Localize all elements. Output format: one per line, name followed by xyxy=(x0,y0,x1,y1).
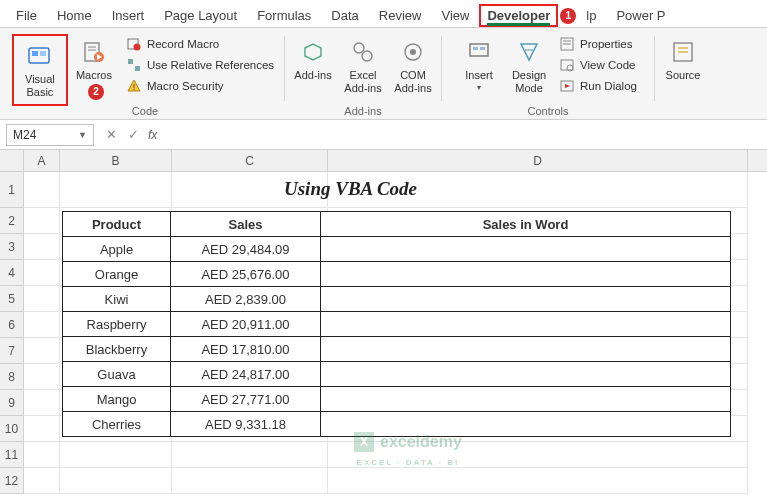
cell-product[interactable]: Guava xyxy=(63,362,171,387)
visual-basic-icon xyxy=(26,42,54,70)
row-header[interactable]: 4 xyxy=(0,260,23,286)
row-header[interactable]: 2 xyxy=(0,208,23,234)
formula-input[interactable] xyxy=(161,124,767,146)
source-icon xyxy=(669,38,697,66)
sheet-title: Using VBA Code xyxy=(284,178,417,200)
row-header[interactable]: 5 xyxy=(0,286,23,312)
cell-word[interactable] xyxy=(321,287,731,312)
cell-sales[interactable]: AED 9,331.18 xyxy=(171,412,321,437)
group-xml: Source xyxy=(655,32,711,119)
cell-product[interactable]: Orange xyxy=(63,262,171,287)
insert-control-button[interactable]: Insert ▾ xyxy=(455,34,503,96)
tab-power[interactable]: Power P xyxy=(606,4,675,27)
tab-file[interactable]: File xyxy=(6,4,47,27)
cell-word[interactable] xyxy=(321,262,731,287)
row-header[interactable]: 7 xyxy=(0,338,23,364)
addins-button[interactable]: Add-ins xyxy=(289,34,337,86)
tab-help[interactable]: lp xyxy=(576,4,606,27)
name-box[interactable]: M24 ▼ xyxy=(6,124,94,146)
table-row: BlackberryAED 17,810.00 xyxy=(63,337,731,362)
cancel-formula-icon[interactable]: ✕ xyxy=(100,127,122,142)
row-header[interactable]: 11 xyxy=(0,442,23,468)
formula-bar: M24 ▼ ✕ ✓ fx xyxy=(0,120,767,150)
table-row: GuavaAED 24,817.00 xyxy=(63,362,731,387)
row-header[interactable]: 3 xyxy=(0,234,23,260)
tab-insert[interactable]: Insert xyxy=(102,4,155,27)
row-header[interactable]: 9 xyxy=(0,390,23,416)
cell-word[interactable] xyxy=(321,337,731,362)
macros-button[interactable]: Macros 2 ▾ xyxy=(70,34,118,96)
row-header[interactable]: 8 xyxy=(0,364,23,390)
cell-product[interactable]: Blackberry xyxy=(63,337,171,362)
run-dialog-icon xyxy=(559,78,575,94)
source-button[interactable]: Source xyxy=(659,34,707,86)
cell-product[interactable]: Apple xyxy=(63,237,171,262)
macro-security-button[interactable]: ! Macro Security xyxy=(122,76,278,96)
cell-product[interactable]: Mango xyxy=(63,387,171,412)
header-product[interactable]: Product xyxy=(63,212,171,237)
tab-developer[interactable]: Developer xyxy=(479,4,558,27)
cell-product[interactable]: Raspberry xyxy=(63,312,171,337)
col-header-d[interactable]: D xyxy=(328,150,748,171)
properties-icon xyxy=(559,36,575,52)
design-mode-icon xyxy=(515,38,543,66)
visual-basic-button[interactable]: Visual Basic xyxy=(16,38,64,102)
cell-word[interactable] xyxy=(321,312,731,337)
cell-sales[interactable]: AED 17,810.00 xyxy=(171,337,321,362)
tab-page-layout[interactable]: Page Layout xyxy=(154,4,247,27)
svg-rect-20 xyxy=(473,47,478,50)
macro-security-icon: ! xyxy=(126,78,142,94)
svg-text:!: ! xyxy=(133,82,136,92)
use-relative-button[interactable]: Use Relative References xyxy=(122,55,278,75)
group-controls-label: Controls xyxy=(442,105,654,117)
enter-formula-icon[interactable]: ✓ xyxy=(122,127,144,142)
row-header[interactable]: 1 xyxy=(0,172,23,208)
excel-addins-button[interactable]: Excel Add-ins xyxy=(339,34,387,98)
row-header[interactable]: 10 xyxy=(0,416,23,442)
header-sales-word[interactable]: Sales in Word xyxy=(321,212,731,237)
cell-word[interactable] xyxy=(321,362,731,387)
cell-sales[interactable]: AED 20,911.00 xyxy=(171,312,321,337)
tab-home[interactable]: Home xyxy=(47,4,102,27)
cell-sales[interactable]: AED 27,771.00 xyxy=(171,387,321,412)
group-addins: Add-ins Excel Add-ins COM Add-ins Add-in… xyxy=(285,32,441,119)
record-macro-icon xyxy=(126,36,142,52)
row-headers: 1 2 3 4 5 6 7 8 9 10 11 12 xyxy=(0,172,24,494)
cell-word[interactable] xyxy=(321,237,731,262)
cell-product[interactable]: Cherries xyxy=(63,412,171,437)
cell-sales[interactable]: AED 2,839.00 xyxy=(171,287,321,312)
cell-sales[interactable]: AED 25,676.00 xyxy=(171,262,321,287)
tab-formulas[interactable]: Formulas xyxy=(247,4,321,27)
col-header-b[interactable]: B xyxy=(60,150,172,171)
run-dialog-button[interactable]: Run Dialog xyxy=(555,76,641,96)
worksheet[interactable]: 1 2 3 4 5 6 7 8 9 10 11 12 Using VBA Cod… xyxy=(0,172,767,494)
row-header[interactable]: 12 xyxy=(0,468,23,494)
cell-sales[interactable]: AED 29,484.09 xyxy=(171,237,321,262)
svg-point-16 xyxy=(362,51,372,61)
record-macro-button[interactable]: Record Macro xyxy=(122,34,278,54)
ribbon-tabs: File Home Insert Page Layout Formulas Da… xyxy=(0,0,767,28)
watermark-text: exceldemy xyxy=(380,433,462,451)
select-all-corner[interactable] xyxy=(0,150,24,172)
svg-rect-19 xyxy=(470,44,488,56)
cells-area[interactable]: Using VBA Code Product Sales Sales in Wo… xyxy=(24,172,767,494)
col-header-a[interactable]: A xyxy=(24,150,60,171)
header-sales[interactable]: Sales xyxy=(171,212,321,237)
svg-marker-30 xyxy=(565,84,570,88)
cell-product[interactable]: Kiwi xyxy=(63,287,171,312)
insert-control-icon xyxy=(465,38,493,66)
design-mode-button[interactable]: Design Mode xyxy=(505,34,553,98)
use-relative-label: Use Relative References xyxy=(147,59,274,71)
tab-review[interactable]: Review xyxy=(369,4,432,27)
col-header-c[interactable]: C xyxy=(172,150,328,171)
cell-word[interactable] xyxy=(321,387,731,412)
cell-sales[interactable]: AED 24,817.00 xyxy=(171,362,321,387)
properties-button[interactable]: Properties xyxy=(555,34,641,54)
tab-view[interactable]: View xyxy=(431,4,479,27)
fx-icon[interactable]: fx xyxy=(148,128,157,142)
view-code-button[interactable]: View Code xyxy=(555,55,641,75)
row-header[interactable]: 6 xyxy=(0,312,23,338)
tab-data[interactable]: Data xyxy=(321,4,368,27)
com-addins-button[interactable]: COM Add-ins xyxy=(389,34,437,98)
svg-point-9 xyxy=(133,44,140,51)
